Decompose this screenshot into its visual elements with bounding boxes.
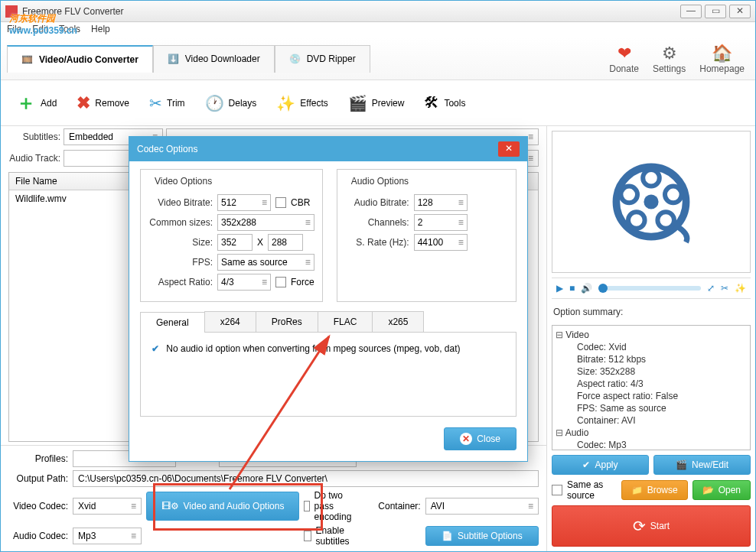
maximize-button[interactable]: ▭	[705, 5, 726, 18]
size-label: Size:	[148, 237, 213, 248]
srate-label: S. Rate (Hz):	[345, 237, 409, 248]
gear-icon: ⚙	[653, 44, 686, 63]
reel-icon	[605, 156, 697, 248]
tab-x264[interactable]: x264	[204, 311, 256, 332]
x-icon: ✖	[77, 93, 90, 113]
cbr-checkbox[interactable]	[275, 197, 286, 208]
codec-options-dialog: Codec Options ✕ Video Options Video Bitr…	[129, 136, 528, 462]
menu-file[interactable]: File	[7, 24, 21, 36]
tools-icon: 🛠	[424, 94, 439, 112]
minimize-button[interactable]: —	[680, 5, 702, 18]
audio-legend: Audio Options	[348, 176, 412, 187]
audio-options-fieldset: Audio Options Audio Bitrate:128 Channels…	[337, 169, 516, 302]
plus-icon: ＋	[16, 89, 36, 116]
tree-video[interactable]: Video	[556, 329, 747, 341]
srate-combo[interactable]: 44100	[414, 234, 468, 251]
open-button[interactable]: 📂Open	[692, 480, 751, 500]
tools-button[interactable]: 🛠Tools	[416, 89, 473, 116]
delays-button[interactable]: 🕐Delays	[197, 89, 265, 117]
dialog-titlebar[interactable]: Codec Options ✕	[129, 137, 527, 161]
volume-icon[interactable]: 🔊	[581, 283, 592, 294]
add-button[interactable]: ＋Add	[8, 85, 64, 121]
svg-point-5	[628, 212, 645, 229]
force-checkbox[interactable]	[275, 277, 286, 287]
film-icon: 🎞️	[21, 54, 33, 65]
tab-converter[interactable]: 🎞️ Video/Audio Converter	[7, 45, 153, 73]
menu-edit[interactable]: Edit	[32, 24, 48, 36]
expand-icon[interactable]: ⤢	[707, 283, 715, 294]
fps-combo[interactable]: Same as source	[217, 254, 314, 271]
video-codec-combo[interactable]: Xvid	[73, 498, 142, 515]
twopass-label: Do two pass encoding	[314, 490, 357, 522]
ensubs-checkbox[interactable]	[304, 531, 311, 541]
titlebar[interactable]: Freemore FLV Converter — ▭ ✕	[1, 1, 755, 22]
same-as-source-checkbox[interactable]	[552, 485, 562, 495]
start-button[interactable]: ⟳ Start	[552, 505, 751, 547]
aspect-combo[interactable]: 4/3	[217, 274, 271, 291]
abitrate-combo[interactable]: 128	[414, 194, 468, 211]
effects-button[interactable]: ✨Effects	[269, 89, 335, 117]
twopass-checkbox[interactable]	[304, 501, 310, 511]
tab-ripper-label: DVD Ripper	[307, 54, 356, 64]
fx-icon[interactable]: ✨	[735, 283, 746, 294]
player-controls: ▶ ■ 🔊 ⤢ ✂ ✨	[552, 278, 751, 299]
play-icon[interactable]: ▶	[556, 283, 563, 294]
preview-button[interactable]: 🎬Preview	[341, 89, 412, 117]
tree-item: Bitrate: 512 kbps	[556, 353, 747, 365]
container-combo[interactable]: AVI	[425, 498, 539, 515]
output-label: Output Path:	[8, 473, 68, 484]
settings-button[interactable]: ⚙Settings	[653, 44, 686, 74]
subtitle-options-button[interactable]: 📄Subtitle Options	[425, 526, 539, 546]
menu-help[interactable]: Help	[91, 24, 110, 36]
toolbar: ＋Add ✖Remove ✂Trim 🕐Delays ✨Effects 🎬Pre…	[1, 80, 755, 126]
vcodec-label: Video Codec:	[8, 501, 68, 511]
checkmark-icon[interactable]: ✔	[152, 343, 159, 354]
home-icon: 🏠	[699, 44, 745, 63]
download-icon: ⬇️	[168, 54, 179, 64]
fps-label: FPS:	[148, 257, 213, 268]
donate-button[interactable]: ❤Donate	[609, 44, 639, 74]
subtitles-label: Subtitles:	[8, 132, 60, 142]
window-buttons: — ▭ ✕	[680, 5, 751, 18]
video-audio-options-button[interactable]: 🎞⚙ Video and Audio Options	[146, 492, 299, 521]
stop-icon[interactable]: ■	[569, 283, 575, 294]
apply-button[interactable]: ✔Apply	[552, 455, 649, 475]
output-path-input[interactable]: C:\Users\pc0359.cn-06\Documents\Freemore…	[73, 470, 539, 487]
close-x-icon: ✕	[460, 433, 472, 445]
height-spinner[interactable]	[268, 234, 303, 251]
profile-actions: ✔Apply 🎬New/Edit	[552, 455, 751, 475]
option-summary[interactable]: Video Codec: Xvid Bitrate: 512 kbps Size…	[552, 325, 751, 450]
video-legend: Video Options	[152, 176, 215, 187]
width-spinner[interactable]	[217, 234, 253, 251]
seek-slider[interactable]	[598, 286, 701, 291]
summary-label: Option summary:	[552, 304, 751, 320]
tab-flac[interactable]: FLAC	[318, 311, 373, 332]
open-icon: 📂	[702, 485, 714, 495]
close-button[interactable]: ✕	[729, 5, 751, 18]
browse-button[interactable]: 📁Browse	[621, 480, 688, 500]
tab-converter-label: Video/Audio Converter	[39, 54, 138, 65]
close-button[interactable]: ✕ Close	[444, 427, 516, 450]
menu-tools[interactable]: Tools	[59, 24, 80, 36]
dialog-close-button[interactable]: ✕	[498, 141, 520, 157]
tree-audio[interactable]: Audio	[556, 427, 747, 439]
preview-box	[552, 131, 751, 273]
common-sizes-combo[interactable]: 352x288	[217, 214, 314, 231]
tab-prores[interactable]: ProRes	[256, 311, 318, 332]
tab-general[interactable]: General	[140, 312, 205, 333]
dialog-body: Video Options Video Bitrate:512CBR Commo…	[129, 161, 527, 461]
trim-button[interactable]: ✂Trim	[142, 89, 193, 117]
tab-x265[interactable]: x265	[372, 311, 424, 332]
audio-codec-combo[interactable]: Mp3	[73, 528, 142, 544]
tab-downloader[interactable]: ⬇️ Video Downloader	[153, 45, 275, 73]
cut-icon[interactable]: ✂	[721, 283, 728, 294]
homepage-button[interactable]: 🏠Homepage	[699, 44, 745, 74]
clock-icon: 🕐	[205, 94, 224, 112]
tab-ripper[interactable]: 💿 DVD Ripper	[275, 45, 370, 73]
remove-button[interactable]: ✖Remove	[69, 89, 137, 118]
vbitrate-combo[interactable]: 512	[217, 194, 271, 211]
tree-item: Codec: Xvid	[556, 341, 747, 353]
window-title: Freemore FLV Converter	[22, 6, 680, 17]
new-edit-button[interactable]: 🎬New/Edit	[653, 455, 751, 475]
channels-combo[interactable]: 2	[414, 214, 468, 231]
